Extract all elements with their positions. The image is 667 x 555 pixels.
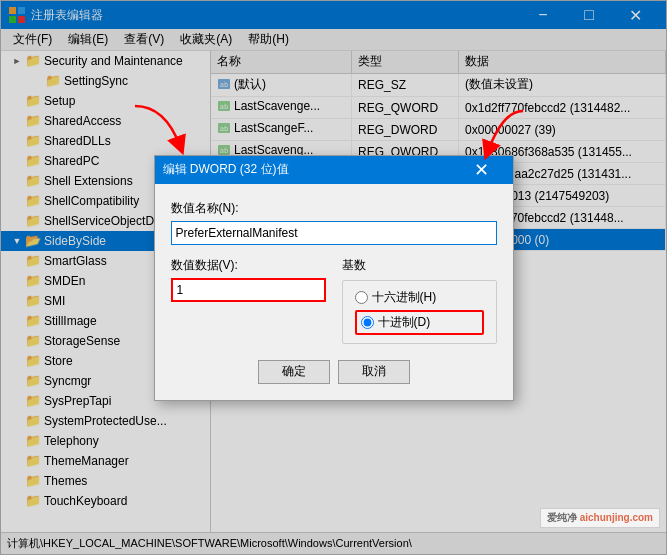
dialog-close-button[interactable]: ✕ [459,156,505,184]
value-label: 数值数据(V): [171,257,326,274]
base-section: 基数 十六进制(H) 十进制(D) [342,257,497,344]
hex-radio[interactable] [355,291,368,304]
ok-button[interactable]: 确定 [258,360,330,384]
value-section: 数值数据(V): [171,257,326,302]
decimal-radio[interactable] [361,316,374,329]
dialog-body: 数值名称(N): 数值数据(V): 基数 十六进制(H) [155,184,513,400]
cancel-button[interactable]: 取消 [338,360,410,384]
hex-radio-row: 十六进制(H) [355,289,484,306]
modal-overlay: 编辑 DWORD (32 位)值 ✕ 数值名称(N): 数值数据(V): 基数 [1,1,666,554]
dialog-buttons: 确定 取消 [171,360,497,384]
base-group: 十六进制(H) 十进制(D) [342,280,497,344]
value-input[interactable] [171,278,326,302]
base-label: 基数 [342,257,497,274]
name-input[interactable] [171,221,497,245]
decimal-label: 十进制(D) [378,314,431,331]
dialog-row: 数值数据(V): 基数 十六进制(H) [171,257,497,344]
decimal-radio-row: 十进制(D) [355,310,484,335]
watermark: 爱纯净 aichunjing.com [540,508,660,528]
hex-label: 十六进制(H) [372,289,437,306]
dialog-title-text: 编辑 DWORD (32 位)值 [163,161,459,178]
edit-dialog: 编辑 DWORD (32 位)值 ✕ 数值名称(N): 数值数据(V): 基数 [154,155,514,401]
dialog-title-bar: 编辑 DWORD (32 位)值 ✕ [155,156,513,184]
name-label: 数值名称(N): [171,200,497,217]
watermark-text: 爱纯净 aichunjing.com [540,508,660,528]
